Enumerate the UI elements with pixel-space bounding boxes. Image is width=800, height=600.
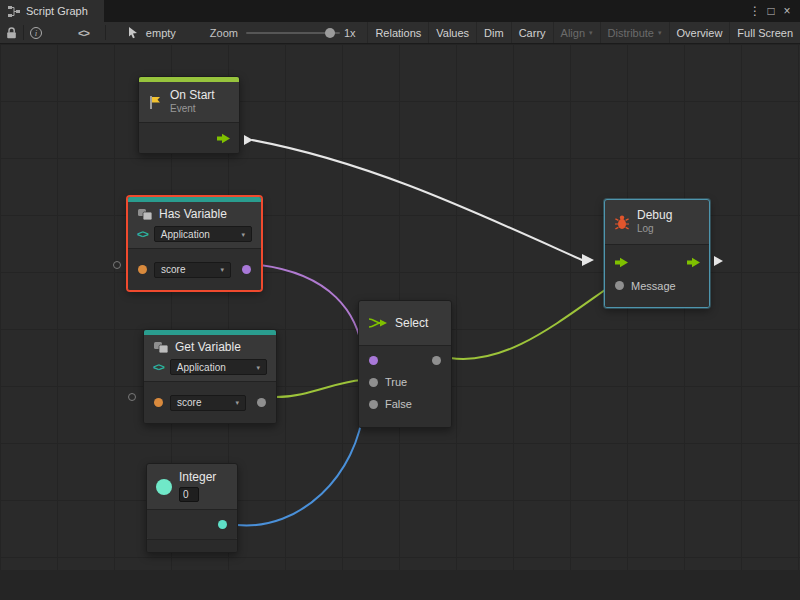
lock-icon[interactable]	[0, 22, 23, 43]
edit-graph-icon[interactable]: <>	[72, 22, 95, 43]
node-has-variable[interactable]: Has Variable <> Application ▾ score ▾	[127, 196, 262, 291]
node-integer[interactable]: Integer	[146, 463, 238, 553]
edge-select-to-debuglog-message[interactable]	[450, 285, 612, 359]
graph-bounds-edge	[0, 570, 800, 600]
node-body	[147, 509, 237, 539]
port-label: Message	[631, 280, 676, 292]
node-header: Integer	[147, 464, 237, 509]
unconnected-port-icon[interactable]	[113, 261, 121, 269]
graph-canvas[interactable]: On Start Event Has Variable <>	[0, 44, 800, 600]
zoom-slider-knob[interactable]	[325, 28, 335, 38]
align-dropdown[interactable]: Align ▾	[553, 22, 600, 43]
chevron-down-icon: ▾	[256, 364, 260, 371]
flow-continuation-icon	[244, 135, 253, 145]
port-label: True	[385, 376, 407, 388]
dim-button[interactable]: Dim	[476, 22, 511, 43]
window-controls: ⋮ □ ×	[747, 0, 800, 22]
integer-type-icon	[156, 479, 172, 495]
chevron-down-icon: ▾	[658, 29, 662, 36]
node-header: Select	[359, 301, 451, 345]
node-body	[139, 122, 239, 153]
false-input-port[interactable]	[369, 400, 378, 409]
node-body: score ▾	[144, 381, 276, 423]
close-icon[interactable]: ×	[779, 0, 795, 22]
select-merge-icon	[368, 316, 388, 330]
message-input-port[interactable]	[615, 281, 624, 290]
relations-button[interactable]: Relations	[367, 22, 428, 43]
node-select[interactable]: Select True False	[358, 300, 452, 428]
toolbar-button-group: Relations Values Dim Carry Align ▾ Distr…	[367, 22, 800, 43]
titlebar: Script Graph ⋮ □ ×	[0, 0, 800, 22]
tab-title: Script Graph	[26, 5, 88, 17]
node-footer	[147, 539, 237, 552]
unconnected-port-icon[interactable]	[128, 393, 136, 401]
scope-dropdown[interactable]: Application ▾	[154, 226, 252, 242]
chevron-down-icon: ▾	[235, 399, 239, 406]
true-input-port[interactable]	[369, 378, 378, 387]
carry-button[interactable]: Carry	[511, 22, 553, 43]
node-title: Debug	[637, 209, 672, 222]
graph-icon	[8, 6, 20, 17]
edge-arrowhead	[582, 254, 594, 266]
value-output-port[interactable]	[257, 398, 266, 407]
chevron-down-icon: ▾	[589, 29, 593, 36]
zoom-label: Zoom	[210, 27, 238, 39]
node-title: Integer	[179, 471, 216, 484]
node-header: Get Variable <> Application ▾	[144, 335, 276, 381]
node-body: True False	[359, 345, 451, 427]
node-header: Debug Log	[605, 200, 709, 244]
node-body: score ▾	[128, 248, 261, 290]
distribute-dropdown[interactable]: Distribute ▾	[600, 22, 669, 43]
graph-toolbar: i <> empty Zoom 1x Relations Values Dim …	[0, 22, 800, 44]
overview-button[interactable]: Overview	[669, 22, 730, 43]
chevron-down-icon: ▾	[220, 266, 224, 273]
variable-name-dropdown[interactable]: score ▾	[154, 262, 231, 278]
maximize-icon[interactable]: □	[763, 0, 779, 22]
pointer-icon	[128, 27, 141, 39]
values-button[interactable]: Values	[428, 22, 476, 43]
chevron-down-icon: ▾	[241, 231, 245, 238]
fullscreen-button[interactable]: Full Screen	[729, 22, 800, 43]
value-output-port[interactable]	[242, 265, 251, 274]
edge-getvariable-to-select-true[interactable]	[276, 380, 362, 397]
graph-breadcrumb[interactable]: empty	[128, 27, 176, 39]
value-output-port[interactable]	[218, 520, 227, 529]
node-on-start[interactable]: On Start Event	[138, 76, 240, 154]
node-title: Select	[395, 317, 428, 330]
bug-icon	[614, 214, 630, 230]
node-title: Get Variable	[175, 341, 241, 354]
graph-name: empty	[146, 27, 176, 39]
scope-dropdown[interactable]: Application ▾	[170, 359, 267, 375]
node-title: Has Variable	[159, 208, 227, 221]
value-input-port[interactable]	[138, 265, 147, 274]
node-header: On Start Event	[139, 82, 239, 122]
node-get-variable[interactable]: Get Variable <> Application ▾ score ▾	[143, 329, 277, 424]
node-title: On Start	[170, 89, 215, 102]
node-subtitle: Event	[170, 103, 215, 115]
kebab-menu-icon[interactable]: ⋮	[747, 0, 763, 22]
variable-kind-icon: <>	[153, 361, 164, 373]
variables-icon	[153, 341, 169, 354]
value-input-port[interactable]	[154, 398, 163, 407]
edge-onstart-to-debuglog[interactable]	[252, 140, 582, 260]
variable-kind-icon: <>	[137, 228, 148, 240]
flow-output-port[interactable]	[217, 133, 231, 144]
variables-icon	[137, 208, 153, 221]
toolbar-divider	[105, 25, 106, 40]
selector-input-port[interactable]	[369, 356, 378, 365]
tab-script-graph[interactable]: Script Graph	[0, 0, 104, 22]
node-body: Message	[605, 244, 709, 307]
zoom-slider[interactable]	[246, 26, 340, 40]
flow-output-port[interactable]	[687, 257, 701, 268]
flag-icon	[148, 95, 163, 110]
integer-value-input[interactable]	[179, 487, 199, 502]
variable-name-dropdown[interactable]: score ▾	[170, 395, 246, 411]
node-header: Has Variable <> Application ▾	[128, 202, 261, 248]
flow-input-port[interactable]	[615, 257, 629, 268]
inspector-icon[interactable]: i	[24, 22, 48, 43]
port-label: False	[385, 398, 412, 410]
zoom-value: 1x	[344, 27, 356, 39]
node-subtitle: Log	[637, 223, 672, 235]
node-debug-log[interactable]: Debug Log Message	[604, 199, 710, 308]
selection-output-port[interactable]	[432, 356, 441, 365]
